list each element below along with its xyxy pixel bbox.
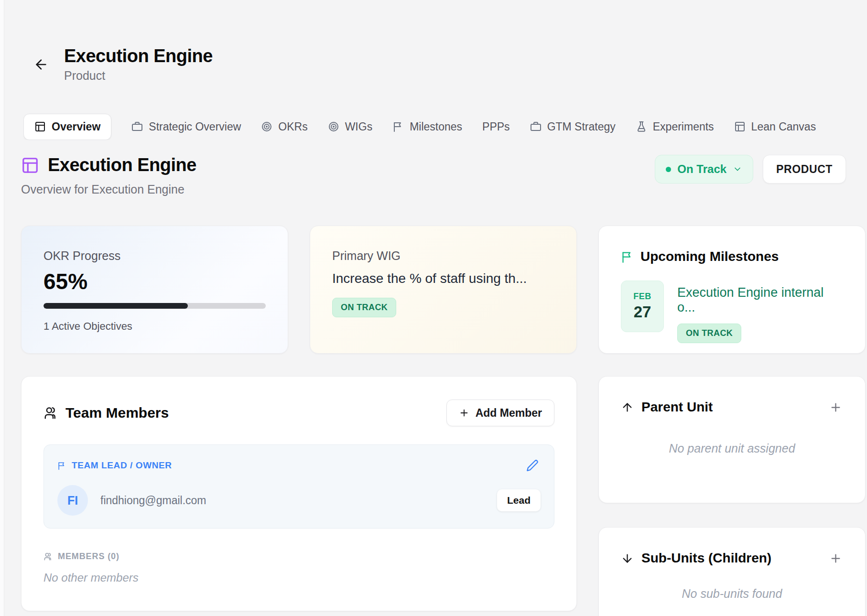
unit-type-badge-button[interactable]: PRODUCT xyxy=(763,155,846,184)
parent-unit-empty-text: No parent unit assigned xyxy=(621,442,843,455)
milestone-status-badge: ON TRACK xyxy=(677,324,741,343)
tab-label: Experiments xyxy=(653,120,714,133)
tab-label: Strategic Overview xyxy=(149,120,241,133)
tab-label: OKRs xyxy=(278,120,307,133)
users-icon xyxy=(43,552,53,561)
okr-progress-bar xyxy=(43,303,266,309)
layout-icon xyxy=(21,156,39,174)
tab-label: Lean Canvas xyxy=(751,120,816,133)
pencil-icon xyxy=(526,459,539,472)
add-member-label: Add Member xyxy=(476,407,542,420)
avatar: FI xyxy=(57,485,88,516)
wig-title: Increase the % of staff using th... xyxy=(332,271,554,286)
tab-lean-canvas[interactable]: Lean Canvas xyxy=(734,120,816,133)
status-dropdown[interactable]: On Track xyxy=(655,155,753,184)
okr-card-label: OKR Progress xyxy=(43,249,266,263)
target-icon xyxy=(261,121,272,132)
layout-icon xyxy=(34,121,46,132)
team-card-title: Team Members xyxy=(65,405,169,421)
tab-wigs[interactable]: WIGs xyxy=(328,120,373,133)
users-icon xyxy=(43,406,58,420)
okr-progress-fill xyxy=(43,303,188,309)
page-title: Execution Engine xyxy=(48,155,196,175)
target-icon xyxy=(328,121,339,132)
tab-label: Milestones xyxy=(410,120,462,133)
team-lead-email: findhiong@gmail.com xyxy=(100,494,497,507)
milestone-date-box: FEB 27 xyxy=(621,281,664,332)
members-count-label: MEMBERS (0) xyxy=(58,551,119,562)
team-members-card: Team Members Add Member TEAM LEAD / OWNE… xyxy=(21,376,577,611)
milestone-item: FEB 27 Execution Engine internal o... ON… xyxy=(621,281,843,343)
milestone-title-link[interactable]: Execution Engine internal o... xyxy=(677,285,843,315)
edit-lead-button[interactable] xyxy=(524,457,541,474)
top-header: Execution Engine Product xyxy=(0,0,867,83)
add-parent-unit-button[interactable] xyxy=(828,400,843,415)
okr-active-objectives: 1 Active Objectives xyxy=(43,320,266,333)
app-window: Execution Engine Product Overview Strate… xyxy=(0,0,867,616)
briefcase-icon xyxy=(131,121,143,132)
page-actions: On Track PRODUCT xyxy=(655,155,846,184)
sub-units-title: Sub-Units (Children) xyxy=(641,551,771,566)
tab-gtm-strategy[interactable]: GTM Strategy xyxy=(530,120,616,133)
hierarchy-column: Parent Unit No parent unit assigned Sub-… xyxy=(598,376,866,616)
flag-icon xyxy=(57,461,66,470)
tab-bar: Overview Strategic Overview OKRs WIGs Mi… xyxy=(23,113,867,140)
parent-unit-card: Parent Unit No parent unit assigned xyxy=(598,376,866,503)
team-lead-row: FI findhiong@gmail.com Lead xyxy=(57,485,541,516)
milestones-card-title: Upcoming Milestones xyxy=(640,249,779,264)
tab-label: PPPs xyxy=(482,120,510,133)
milestone-day: 27 xyxy=(634,303,651,321)
page-header-left: Execution Engine Overview for Execution … xyxy=(21,155,196,196)
page-subtitle: Overview for Execution Engine xyxy=(21,183,196,196)
wig-card-label: Primary WIG xyxy=(332,249,554,263)
team-lead-section-label: TEAM LEAD / OWNER xyxy=(72,460,172,471)
arrow-down-icon xyxy=(621,552,634,565)
team-lead-box: TEAM LEAD / OWNER FI findhiong@gmail.com… xyxy=(43,444,554,529)
page-header: Execution Engine Overview for Execution … xyxy=(21,155,846,196)
summary-cards-row: OKR Progress 65% 1 Active Objectives Pri… xyxy=(21,226,866,354)
milestone-month: FEB xyxy=(633,292,651,302)
chevron-down-icon xyxy=(733,164,742,174)
tab-label: GTM Strategy xyxy=(547,120,616,133)
back-button[interactable] xyxy=(31,54,52,75)
flag-icon xyxy=(392,121,404,132)
members-empty-text: No other members xyxy=(43,571,554,584)
plus-icon xyxy=(829,401,842,414)
back-arrow-icon xyxy=(33,57,49,72)
parent-unit-title: Parent Unit xyxy=(641,400,713,415)
layout-icon xyxy=(734,121,746,132)
primary-wig-card: Primary WIG Increase the % of staff usin… xyxy=(310,226,577,354)
arrow-up-icon xyxy=(621,401,634,414)
add-sub-unit-button[interactable] xyxy=(828,551,843,566)
tab-milestones[interactable]: Milestones xyxy=(392,120,462,133)
tab-overview[interactable]: Overview xyxy=(23,114,111,140)
tab-strategic-overview[interactable]: Strategic Overview xyxy=(131,120,241,133)
briefcase-icon xyxy=(530,121,542,132)
tab-okrs[interactable]: OKRs xyxy=(261,120,307,133)
tab-ppps[interactable]: PPPs xyxy=(482,120,510,133)
unit-name-title: Execution Engine xyxy=(64,46,213,66)
add-member-button[interactable]: Add Member xyxy=(446,400,554,426)
status-label: On Track xyxy=(677,162,726,176)
unit-type-subtitle: Product xyxy=(64,69,213,83)
upcoming-milestones-card: Upcoming Milestones FEB 27 Execution Eng… xyxy=(598,226,866,354)
lower-section-row: Team Members Add Member TEAM LEAD / OWNE… xyxy=(21,376,866,616)
tab-experiments[interactable]: Experiments xyxy=(636,120,714,133)
plus-icon xyxy=(459,408,469,418)
sub-units-empty-text: No sub-units found xyxy=(621,587,843,601)
lead-role-badge: Lead xyxy=(497,489,541,511)
wig-status-badge: ON TRACK xyxy=(332,298,396,317)
sub-units-card: Sub-Units (Children) No sub-units found xyxy=(598,527,866,616)
header-titles: Execution Engine Product xyxy=(64,46,213,83)
tab-label: Overview xyxy=(52,120,100,133)
okr-progress-card: OKR Progress 65% 1 Active Objectives xyxy=(21,226,288,354)
tab-label: WIGs xyxy=(345,120,373,133)
flask-icon xyxy=(636,121,647,132)
status-dot-icon xyxy=(666,167,671,172)
flag-icon xyxy=(621,250,634,263)
okr-progress-value: 65% xyxy=(43,269,266,294)
collapsed-sidebar-rail xyxy=(0,0,4,616)
plus-icon xyxy=(829,552,842,565)
